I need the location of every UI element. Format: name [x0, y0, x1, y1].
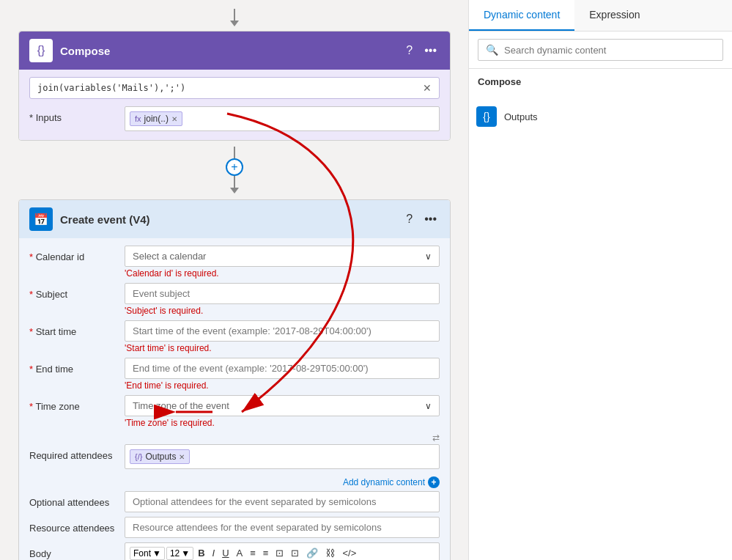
- end-time-input[interactable]: [125, 358, 440, 379]
- subject-input[interactable]: [125, 283, 440, 304]
- outputs-icon-symbol: {}: [483, 111, 489, 122]
- plus-connector: +: [226, 147, 243, 194]
- tag-function-icon: fx: [135, 114, 141, 123]
- right-panel: Dynamic content Expression 🔍 Compose {} …: [468, 0, 732, 560]
- add-dynamic-content-label: Add dynamic content: [343, 477, 425, 487]
- calendar-id-arrow: ∨: [425, 251, 432, 262]
- optional-attendees-row: Optional attendees: [29, 491, 440, 512]
- expression-tab-label: Expression: [589, 9, 640, 21]
- event-help-button[interactable]: ?: [403, 211, 415, 227]
- resource-attendees-control: [125, 517, 440, 538]
- font-label: Font: [133, 548, 151, 559]
- inputs-label: * Inputs: [29, 106, 125, 123]
- calendar-id-label: Calendar id: [29, 246, 125, 262]
- outputs-item-icon: {}: [476, 106, 497, 127]
- end-time-error: 'End time' is required.: [125, 380, 440, 391]
- size-select[interactable]: 12 ▼: [166, 547, 193, 560]
- panel-search-area: 🔍: [469, 32, 732, 69]
- align-right-button[interactable]: ⊡: [288, 546, 302, 560]
- add-dynamic-content-link[interactable]: Add dynamic content +: [343, 476, 440, 488]
- calendar-id-select[interactable]: Select a calendar ∨: [125, 246, 440, 267]
- body-rte: Font ▼ 12 ▼ B I U A ≡ ≡: [125, 542, 440, 560]
- optional-attendees-control: [125, 491, 440, 512]
- search-icon: 🔍: [486, 44, 498, 56]
- formula-close-button[interactable]: ✕: [423, 82, 432, 94]
- join-tag-close[interactable]: ✕: [171, 115, 177, 123]
- required-attendees-control: {/} Outputs ✕: [125, 444, 440, 469]
- event-help-icon: ?: [406, 213, 413, 226]
- calendar-id-control: Select a calendar ∨ 'Calendar id' is req…: [125, 246, 440, 279]
- tab-dynamic-content[interactable]: Dynamic content: [469, 0, 574, 31]
- compose-card-title: Compose: [60, 45, 403, 57]
- required-attendees-label: Required attendees: [29, 444, 125, 461]
- link-button[interactable]: 🔗: [303, 546, 321, 560]
- optional-attendees-input[interactable]: [125, 491, 440, 512]
- font-dropdown-arrow: ▼: [152, 548, 161, 559]
- start-time-row: Start time 'Start time' is required.: [29, 320, 440, 353]
- resource-attendees-row: Resource attendees: [29, 517, 440, 538]
- panel-compose-section-title: Compose: [478, 76, 723, 87]
- search-input[interactable]: [504, 45, 715, 56]
- ordered-list-button[interactable]: ≡: [247, 546, 259, 560]
- italic-button[interactable]: I: [210, 546, 218, 560]
- unordered-list-button[interactable]: ≡: [260, 546, 272, 560]
- code-button[interactable]: </>: [339, 546, 359, 560]
- align-left-button[interactable]: ⊡: [273, 546, 286, 560]
- resource-attendees-input[interactable]: [125, 517, 440, 538]
- underline-button[interactable]: U: [219, 546, 232, 560]
- event-card-actions: ? •••: [403, 211, 440, 227]
- compose-help-button[interactable]: ?: [403, 43, 415, 59]
- outputs-tag-icon: {/}: [135, 452, 142, 461]
- event-icon-symbol: 📅: [34, 213, 48, 226]
- end-time-row: End time 'End time' is required.: [29, 358, 440, 391]
- inputs-tag-input[interactable]: fx join(..) ✕: [125, 106, 440, 131]
- compose-more-button[interactable]: •••: [421, 43, 440, 59]
- event-card-title: Create event (V4): [60, 213, 403, 226]
- help-icon: ?: [406, 44, 413, 57]
- inputs-field-row: * Inputs fx join(..) ✕: [29, 106, 440, 131]
- time-zone-arrow: ∨: [425, 401, 432, 411]
- panel-compose-section: Compose: [469, 69, 732, 100]
- search-box: 🔍: [478, 39, 723, 61]
- outputs-item-label: Outputs: [504, 111, 538, 122]
- add-step-button[interactable]: +: [226, 158, 243, 176]
- event-more-button[interactable]: •••: [421, 211, 440, 227]
- tab-expression[interactable]: Expression: [574, 0, 654, 31]
- required-attendees-tag-input[interactable]: {/} Outputs ✕: [125, 444, 440, 469]
- start-time-label: Start time: [29, 320, 125, 337]
- time-zone-label: Time zone: [29, 395, 125, 412]
- required-attendees-row: Required attendees {/} Outputs ✕: [29, 444, 440, 469]
- bold-button[interactable]: B: [195, 546, 207, 560]
- compose-card: {} Compose ? ••• join(variables('Mails')…: [18, 31, 451, 141]
- rte-toolbar: Font ▼ 12 ▼ B I U A ≡ ≡: [125, 543, 439, 560]
- outputs-tag: {/} Outputs ✕: [130, 449, 190, 464]
- compose-icon: {}: [29, 39, 53, 62]
- subject-error: 'Subject' is required.: [125, 306, 440, 316]
- subject-control: 'Subject' is required.: [125, 283, 440, 316]
- outputs-tag-label: Outputs: [145, 452, 176, 462]
- unlink-button[interactable]: ⛓: [322, 546, 338, 560]
- start-time-error: 'Start time' is required.: [125, 343, 440, 353]
- formula-text: join(variables('Mails'),';'): [37, 83, 185, 93]
- compose-icon-symbol: {}: [37, 44, 45, 57]
- time-zone-control: Time zone of the event ∨ 'Time zone' is …: [125, 395, 440, 428]
- time-zone-error: 'Time zone' is required.: [125, 418, 440, 428]
- font-select[interactable]: Font ▼: [130, 547, 165, 560]
- start-time-control: 'Start time' is required.: [125, 320, 440, 353]
- calendar-id-placeholder: Select a calendar: [133, 251, 206, 262]
- end-time-label: End time: [29, 358, 125, 375]
- calendar-id-error: 'Calendar id' is required.: [125, 268, 440, 279]
- start-time-input[interactable]: [125, 320, 440, 342]
- outputs-tag-close[interactable]: ✕: [179, 453, 185, 461]
- compose-card-header: {} Compose ? •••: [19, 32, 450, 70]
- compose-body: join(variables('Mails'),';') ✕ * Inputs …: [19, 70, 450, 140]
- highlight-button[interactable]: A: [234, 546, 246, 560]
- main-canvas: {} Compose ? ••• join(variables('Mails')…: [0, 0, 469, 560]
- top-connector: [226, 9, 243, 26]
- inputs-control: fx join(..) ✕: [125, 106, 440, 131]
- time-zone-select[interactable]: Time zone of the event ∨: [125, 395, 440, 416]
- event-icon: 📅: [29, 207, 53, 231]
- body-label: Body: [29, 542, 125, 559]
- event-card-header: 📅 Create event (V4) ? •••: [19, 200, 450, 238]
- outputs-item[interactable]: {} Outputs: [469, 100, 732, 133]
